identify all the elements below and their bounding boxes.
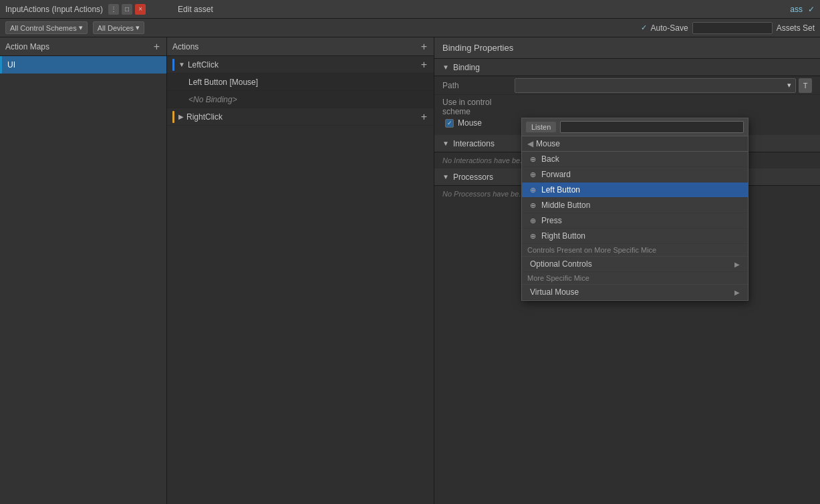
title-bar: InputActions (Input Actions) ⋮ □ × Edit … (0, 0, 820, 19)
press-item-label: Press (541, 216, 562, 225)
virtual-mouse-label: Virtual Mouse (530, 287, 579, 297)
middle-button-item-label: Middle Button (541, 201, 590, 210)
dropdown-item-left-button[interactable]: ⊕ Left Button (522, 182, 748, 198)
devices-dropdown[interactable]: All Devices ▾ (93, 21, 144, 34)
main-layout: Action Maps + UI Actions + ▼ LeftClick +… (0, 37, 820, 504)
optional-controls-item[interactable]: Optional Controls ▶ (522, 257, 748, 272)
actions-title: Actions (172, 42, 198, 51)
path-value-area: ▾ T (515, 78, 812, 93)
leftclick-label: LeftClick (188, 60, 219, 70)
auto-save-check: ✓ (641, 23, 647, 32)
no-binding-item[interactable]: <No Binding> (167, 91, 434, 108)
window-title: InputActions (Input Actions) (5, 5, 103, 14)
dropdown-item-right-button[interactable]: ⊕ Right Button (522, 229, 748, 244)
binding-triangle: ▼ (442, 64, 449, 71)
asset-class-label: ass (790, 5, 803, 14)
binding-section-label: Binding (453, 63, 480, 72)
mouse-scheme-checkbox[interactable]: ✓ (445, 119, 454, 128)
no-binding-label: <No Binding> (188, 95, 237, 104)
back-arrow-icon: ◀ (527, 139, 533, 148)
binding-properties-header: Binding Properties (434, 37, 820, 59)
add-action-map-btn[interactable]: + (152, 41, 161, 52)
processors-triangle: ▼ (442, 173, 449, 180)
right-panel-label: Assets Set (777, 23, 815, 33)
path-row: Path ▾ T (434, 76, 820, 95)
actions-panel: Actions + ▼ LeftClick + Left Button [Mou… (167, 37, 434, 504)
right-button-item-label: Right Button (541, 231, 585, 241)
listen-btn[interactable]: Listen (526, 122, 556, 132)
auto-save-area: ✓ Auto-Save Assets Set (641, 22, 815, 34)
options-btn[interactable]: ⋮ (108, 4, 119, 15)
rightclick-label: RightClick (186, 112, 223, 122)
dropdown-item-back[interactable]: ⊕ Back (522, 152, 748, 167)
optional-controls-arrow: ▶ (734, 261, 740, 268)
left-button-mouse-item[interactable]: Left Button [Mouse] (167, 74, 434, 91)
action-map-item-label: UI (7, 60, 15, 70)
edit-asset-label: Edit asset (178, 5, 213, 14)
back-item-icon: ⊕ (530, 155, 536, 164)
right-button-item-icon: ⊕ (530, 232, 536, 241)
close-btn[interactable]: × (135, 4, 146, 15)
check-icon-right: ✓ (808, 5, 815, 14)
middle-button-item-icon: ⊕ (530, 201, 536, 210)
rightclick-triangle: ▶ (178, 113, 184, 120)
left-button-item-label: Left Button (541, 185, 580, 195)
path-dropdown-overlay: Listen ◀ Mouse ⊕ Back ⊕ Forward ⊕ Left B… (521, 118, 748, 301)
back-item-label: Back (541, 154, 559, 164)
binding-section-header: ▼ Binding (434, 59, 820, 76)
processors-label: Processors (453, 172, 493, 182)
add-leftclick-binding-btn[interactable]: + (420, 59, 428, 70)
dropdown-back-btn[interactable]: ◀ Mouse (522, 136, 748, 152)
t-button[interactable]: T (799, 78, 812, 93)
auto-save-label: Auto-Save (651, 23, 688, 33)
press-item-icon: ⊕ (530, 217, 536, 225)
path-dropdown-btn[interactable]: ▾ (515, 78, 796, 93)
subgroup-2-header: More Specific Mice (522, 272, 748, 285)
action-map-item-ui[interactable]: UI (0, 56, 166, 74)
dropdown-search-input[interactable] (560, 121, 744, 133)
interactions-label: Interactions (453, 139, 495, 148)
binding-properties-title: Binding Properties (442, 43, 513, 53)
search-input[interactable] (692, 22, 773, 34)
control-schemes-dropdown[interactable]: All Control Schemes ▾ (5, 21, 88, 34)
actions-header: Actions + (167, 37, 434, 56)
mouse-scheme-label: Mouse (458, 118, 482, 128)
forward-item-label: Forward (541, 170, 571, 179)
optional-controls-label: Optional Controls (530, 259, 592, 269)
use-in-control-scheme-label: Use in control scheme (442, 98, 509, 116)
action-maps-panel: Action Maps + UI (0, 37, 167, 504)
virtual-mouse-item[interactable]: Virtual Mouse ▶ (522, 285, 748, 300)
interactions-triangle: ▼ (442, 140, 449, 147)
subgroup-1-header: Controls Present on More Specific Mice (522, 244, 748, 257)
action-group-leftclick[interactable]: ▼ LeftClick + (167, 56, 434, 74)
path-dropdown-arrow: ▾ (787, 81, 791, 90)
dropdown-item-forward[interactable]: ⊕ Forward (522, 167, 748, 182)
left-button-item-icon: ⊕ (530, 186, 536, 195)
dropdown-item-middle-button[interactable]: ⊕ Middle Button (522, 198, 748, 213)
leftclick-triangle: ▼ (178, 61, 185, 68)
path-label: Path (442, 81, 509, 90)
left-button-label: Left Button [Mouse] (188, 78, 258, 87)
add-rightclick-binding-btn[interactable]: + (420, 112, 428, 122)
binding-panel: Binding Properties ▼ Binding Path ▾ T Us… (434, 37, 820, 504)
dropdown-section-title: Mouse (536, 139, 560, 148)
add-action-btn[interactable]: + (420, 41, 428, 52)
action-maps-header: Action Maps + (0, 37, 166, 56)
maximize-btn[interactable]: □ (122, 4, 132, 15)
dropdown-item-press[interactable]: ⊕ Press (522, 213, 748, 229)
virtual-mouse-arrow: ▶ (734, 289, 740, 296)
action-maps-title: Action Maps (5, 42, 49, 51)
forward-item-icon: ⊕ (530, 170, 536, 179)
dropdown-search-row: Listen (522, 118, 748, 136)
action-group-rightclick[interactable]: ▶ RightClick + (167, 108, 434, 126)
main-toolbar: All Control Schemes ▾ All Devices ▾ ✓ Au… (0, 19, 820, 37)
window-controls: ⋮ □ × (108, 4, 146, 15)
